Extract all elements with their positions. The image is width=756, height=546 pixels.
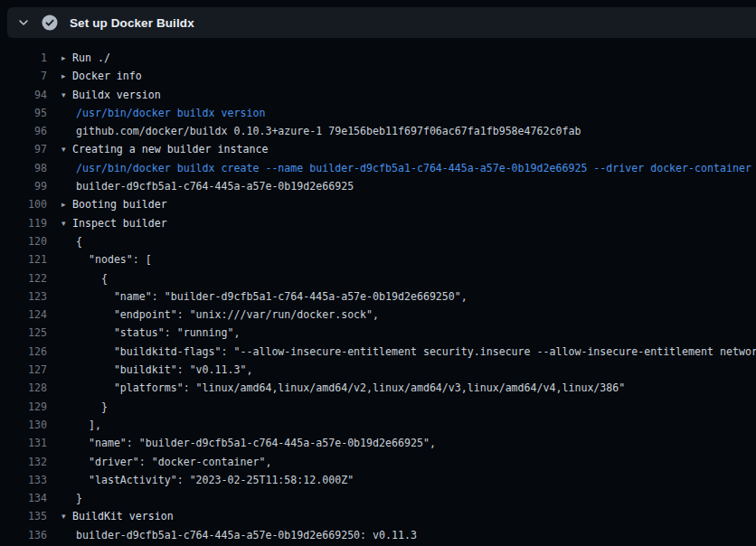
line-number[interactable]: 129	[0, 398, 47, 416]
line-number[interactable]: 132	[0, 453, 47, 471]
log-line-row: 131 "name": "builder-d9cfb5a1-c764-445a-…	[0, 434, 756, 452]
log-line-row: 127 "buildkit": "v0.11.3",	[0, 361, 756, 379]
output-text: }	[76, 398, 108, 416]
output-text: "endpoint": "unix:///var/run/docker.sock…	[76, 306, 379, 324]
output-text: }	[76, 489, 82, 507]
chevron-down-icon[interactable]	[17, 16, 30, 29]
group-collapsed-arrow-icon[interactable]: ▸	[61, 67, 72, 85]
group-title: Creating a new builder instance	[72, 140, 268, 158]
line-number[interactable]: 128	[0, 379, 47, 397]
log-line-row: 128 "platforms": "linux/amd64,linux/amd6…	[0, 379, 756, 397]
log-line-row: 124 "endpoint": "unix:///var/run/docker.…	[0, 306, 756, 324]
line-number[interactable]: 120	[0, 232, 47, 250]
log-line-row: 133 "lastActivity": "2023-02-25T11:58:12…	[0, 471, 756, 489]
output-text: "status": "running",	[76, 324, 240, 342]
line-number[interactable]: 136	[0, 526, 47, 544]
log-line-row: 96github.com/docker/buildx 0.10.3+azure-…	[0, 122, 756, 140]
check-circle-icon	[42, 14, 58, 31]
line-number[interactable]: 124	[0, 306, 47, 324]
group-collapsed-arrow-icon[interactable]: ▸	[61, 49, 72, 67]
line-number[interactable]: 127	[0, 361, 47, 379]
group-collapsed-arrow-icon[interactable]: ▸	[61, 195, 72, 213]
output-text: {	[76, 232, 82, 250]
group-expanded-arrow-icon[interactable]: ▾	[61, 86, 72, 104]
output-text: "buildkit": "v0.11.3",	[76, 361, 252, 379]
log-group-row[interactable]: 100▸Booting builder	[0, 195, 756, 213]
output-text: "name": "builder-d9cfb5a1-c764-445a-a57e…	[76, 287, 468, 306]
output-text: github.com/docker/buildx 0.10.3+azure-1 …	[76, 122, 581, 140]
log-group-row[interactable]: 7▸Docker info	[0, 67, 756, 85]
command-text: /usr/bin/docker buildx version	[76, 104, 265, 122]
output-text: "name": "builder-d9cfb5a1-c764-445a-a57e…	[76, 434, 436, 452]
log-group-row[interactable]: 94▾Buildx version	[0, 86, 756, 104]
line-number[interactable]: 1	[0, 49, 47, 67]
actions-log-view: Set up Docker Buildx 1▸Run ./7▸Docker in…	[0, 0, 756, 546]
log-line-row: 95/usr/bin/docker buildx version	[0, 104, 756, 122]
line-number[interactable]: 130	[0, 416, 47, 434]
line-number[interactable]: 100	[0, 195, 47, 213]
step-header[interactable]: Set up Docker Buildx	[7, 7, 756, 38]
line-number[interactable]: 125	[0, 324, 47, 342]
log-line-row: 125 "status": "running",	[0, 324, 756, 342]
log-group-row[interactable]: 1▸Run ./	[0, 49, 756, 67]
line-number[interactable]: 95	[0, 104, 47, 122]
group-expanded-arrow-icon[interactable]: ▾	[61, 140, 72, 158]
group-expanded-arrow-icon[interactable]: ▾	[61, 507, 72, 525]
log-line-row: 98/usr/bin/docker buildx create --name b…	[0, 159, 756, 177]
output-text: {	[76, 269, 108, 287]
group-title: Docker info	[72, 67, 142, 85]
line-number[interactable]: 126	[0, 343, 47, 361]
log-line-row: 129 }	[0, 398, 756, 416]
line-number[interactable]: 94	[0, 86, 47, 104]
line-number[interactable]: 99	[0, 177, 47, 195]
line-number[interactable]: 133	[0, 471, 47, 489]
output-text: "driver": "docker-container",	[76, 453, 271, 471]
group-expanded-arrow-icon[interactable]: ▾	[61, 214, 72, 232]
line-number[interactable]: 122	[0, 269, 47, 287]
log-group-row[interactable]: 97▾Creating a new builder instance	[0, 140, 756, 158]
log-line-row: 132 "driver": "docker-container",	[0, 453, 756, 471]
log-line-row: 130 ],	[0, 416, 756, 434]
log-line-row: 122 {	[0, 269, 756, 287]
output-text: "nodes": [	[76, 250, 152, 268]
log-group-row[interactable]: 135▾BuildKit version	[0, 507, 756, 525]
log-group-row[interactable]: 119▾Inspect builder	[0, 214, 756, 232]
step-title: Set up Docker Buildx	[70, 16, 194, 30]
line-number[interactable]: 134	[0, 489, 47, 507]
log-line-row: 99builder-d9cfb5a1-c764-445a-a57e-0b19d2…	[0, 177, 756, 195]
group-title: Booting builder	[72, 195, 167, 213]
command-text: /usr/bin/docker buildx create --name bui…	[76, 159, 751, 177]
output-text: "platforms": "linux/amd64,linux/amd64/v2…	[76, 379, 625, 397]
line-number[interactable]: 7	[0, 67, 47, 85]
line-number[interactable]: 135	[0, 507, 47, 525]
log-line-row: 123 "name": "builder-d9cfb5a1-c764-445a-…	[0, 287, 756, 306]
output-text: builder-d9cfb5a1-c764-445a-a57e-0b19d2e6…	[76, 177, 354, 195]
output-text: ],	[76, 416, 101, 434]
group-title: Run ./	[72, 49, 110, 67]
log-line-row: 121 "nodes": [	[0, 250, 756, 268]
log-area: 1▸Run ./7▸Docker info94▾Buildx version95…	[0, 49, 756, 546]
line-number[interactable]: 98	[0, 159, 47, 177]
output-text: "lastActivity": "2023-02-25T11:58:12.000…	[76, 471, 354, 489]
log-line-row: 134}	[0, 489, 756, 507]
line-number[interactable]: 123	[0, 287, 47, 306]
log-line-row: 120{	[0, 232, 756, 250]
line-number[interactable]: 119	[0, 214, 47, 232]
output-text: builder-d9cfb5a1-c764-445a-a57e-0b19d2e6…	[76, 526, 417, 544]
line-number[interactable]: 131	[0, 434, 47, 452]
log-line-row: 136builder-d9cfb5a1-c764-445a-a57e-0b19d…	[0, 526, 756, 544]
group-title: BuildKit version	[72, 507, 174, 525]
output-text: "buildkitd-flags": "--allow-insecure-ent…	[76, 343, 756, 361]
line-number[interactable]: 97	[0, 140, 47, 158]
log-line-row: 126 "buildkitd-flags": "--allow-insecure…	[0, 343, 756, 361]
group-title: Inspect builder	[72, 214, 167, 232]
group-title: Buildx version	[72, 86, 161, 104]
line-number[interactable]: 121	[0, 250, 47, 268]
line-number[interactable]: 96	[0, 122, 47, 140]
